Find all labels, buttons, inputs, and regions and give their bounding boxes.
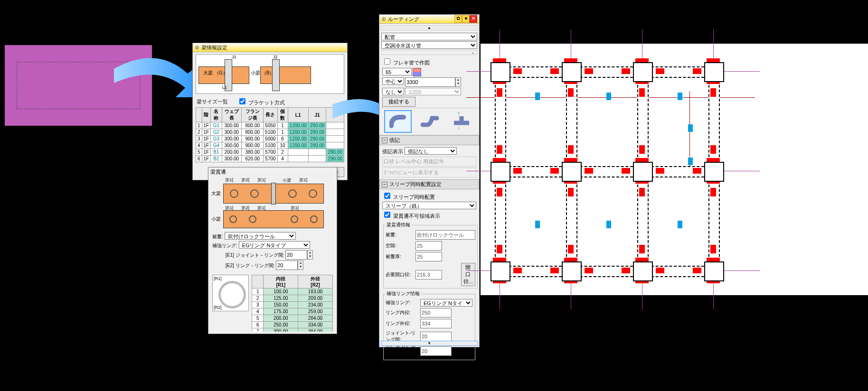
bp-small-beam-elabels: [E1][E2][E1][E1] [226,205,334,210]
ring-diagram: [R1] [R2] [212,275,249,311]
height-input[interactable] [405,77,455,87]
r-joint-value [420,332,452,341]
sleeve-checkbox[interactable]: スリーブ同時配置 [382,194,435,200]
bp-cover-label: 被覆: [212,234,223,239]
small-beam-label: 小梁 （B） [251,70,274,76]
ring-table[interactable]: 内径 [R1]外径 [R2] 1100.00183.002125.00209.0… [252,275,333,332]
gear-icon[interactable]: ✿ [454,15,462,23]
size-select[interactable]: 65 [382,68,412,75]
r-ring-od-label: リング外径: [386,320,419,327]
bp-ring-label: 補強リング: [212,243,237,248]
beam-diagram: 大梁 （G） L1 J1 小梁 （B） J2 [196,54,344,94]
r-gap-label: 空隙: [386,242,414,249]
plan-drawing[interactable]: FL+3361 ～ FL+3544 [481,44,760,295]
anno-disabled-1: 口径 レベル中心 用途記号 [382,157,476,167]
flex-checkbox[interactable]: フレキ管で作図 [382,60,430,65]
bracket-checkbox[interactable]: ブラケット方式 [237,97,285,106]
expand-down[interactable]: ▼ [381,341,478,346]
expand-up[interactable]: ▲ [381,25,478,30]
r-thick-value [415,252,442,261]
sleeve-section-header[interactable]: −スリーブ同時配置設定 [379,179,479,189]
opening-button[interactable]: 開口径... [461,263,475,286]
tee-tool-icon[interactable]: ↑ ↓ [449,110,474,131]
connect-button[interactable]: 接続する [382,97,415,107]
r-ring-id-label: リング内径: [386,309,419,316]
bp-e2-input[interactable] [276,261,298,270]
ratio-select[interactable]: 1/200 [405,88,461,95]
ring-info-group-label: 補強リング情報 [386,290,421,297]
r-thick-label: 被覆厚: [386,253,414,260]
align-select[interactable]: 中心 [382,77,404,85]
j1-label: J1 [232,55,236,59]
anno-display-label: 傍記表示 [382,149,403,154]
elbow-tool-icon[interactable] [384,110,412,133]
r-ring-select[interactable]: EGリング Nタイプ [420,299,472,307]
bp-small-beam-graphic [223,210,324,228]
canvas-extension [760,44,868,295]
beam-area-checkbox[interactable]: 梁貫通不可領域表示 [382,213,440,219]
r-cover-value [415,230,475,240]
sleeve-type-select[interactable]: スリーブ（鉄） [382,202,476,209]
pipe-type-select[interactable]: 空調冷水送り管 [381,41,477,49]
calc-grid-icon[interactable] [413,68,421,76]
bp-title: 梁貫通 [208,168,337,177]
l1-label: L1 [222,85,227,90]
anno-section-header[interactable]: −傍記 [379,135,479,145]
bp-small-label: 小梁 [211,216,223,223]
big-beam-label: 大梁 （G） [203,70,227,76]
beam-info-titlebar[interactable]: ⦿ 梁情報設定 [193,43,347,52]
bp-e1-input[interactable] [285,250,307,260]
beam-size-table[interactable]: 階名称ウェブ長フランジ長長さ個数L1J1J2 11FG1300.00800.00… [196,107,344,162]
sub-expand[interactable]: ⌄ [381,50,477,55]
bend-tool-icon[interactable] [417,110,443,131]
spinner[interactable]: ▲▼ [298,261,303,270]
r-ring-label: 補強リング: [386,299,419,306]
close-icon[interactable]: ✕ [470,15,477,23]
collapse-icon[interactable]: ⦿ [381,17,386,22]
routing-panel: ⦿ ルーティング ✿ ★ ✕ ▲ 配管 空調冷水送り管 ⌄ フレキ管で作図 65… [379,14,480,347]
beam-info-dialog: ⦿ 梁情報設定 大梁 （G） L1 J1 小梁 （B） J2 梁サイズ一覧 ブラ… [192,43,348,180]
beam-penetration-dialog: 梁貫通 [E1][E2][E1]小梁[E1] 大梁 [E1][E2][E1][E… [208,167,337,334]
bp-e1-label: [E1] ジョイント－リング間: [226,252,284,258]
r-ringgap-value [420,346,452,356]
r-gap-value [415,241,442,251]
r-ring-od-value [420,319,452,328]
anno-display-select[interactable]: 傍記なし [405,147,457,155]
r-ringgap-label: リング-リング間: [386,344,419,358]
bp-big-beam-graphic [223,184,324,204]
spinner[interactable]: ▲▼ [307,250,313,260]
r-cover-label: 被覆: [386,232,414,238]
r-req-label: 必要開口径: [386,271,414,278]
j2-label: J2 [273,55,278,59]
size-list-label: 梁サイズ一覧 [197,98,228,105]
bp-big-label: 大梁 [211,190,223,197]
bp-ring-select[interactable]: EGリング Nタイプ [239,241,310,249]
bp-cover-select[interactable]: 吹付けロックウール [225,232,296,240]
routing-titlebar[interactable]: ⦿ ルーティング ✿ ★ ✕ [379,15,479,24]
r-req-value [415,270,442,279]
beam-info-group-label: 梁貫通情報 [386,222,411,228]
collapse-icon[interactable]: ⦿ [195,45,199,50]
anno-disabled-2: 1つのビューに表示する [382,168,476,177]
bp-big-beam-elabels: [E1][E2][E1]小梁[E1] [226,177,334,184]
category-select[interactable]: 配管 [381,33,477,40]
r-ring-id-value [420,308,452,317]
spinner[interactable]: ▲▼ [455,77,461,87]
slope-select[interactable]: なし [382,88,404,95]
bp-e2-label: [E2] リング－リング間: [226,263,274,268]
star-icon[interactable]: ★ [462,15,470,23]
routing-title-text: ルーティング [388,16,419,23]
title-text: 梁情報設定 [201,44,227,51]
